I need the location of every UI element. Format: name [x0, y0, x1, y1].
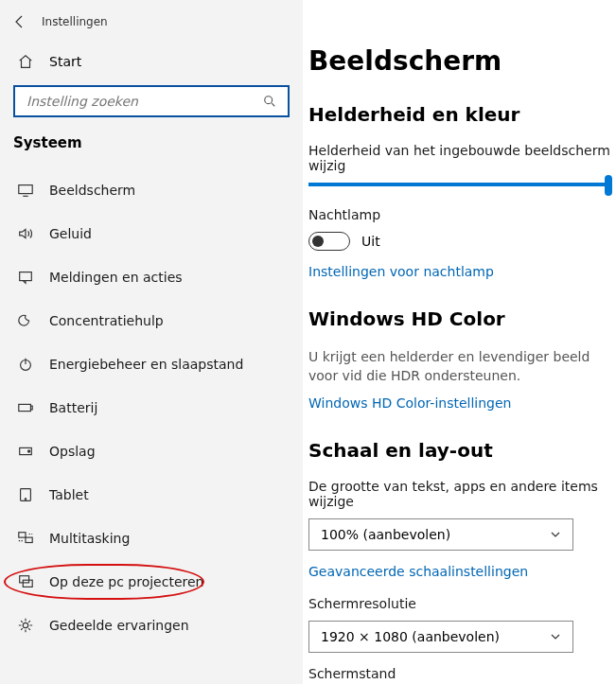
- svg-point-0: [265, 96, 273, 104]
- textsize-label: De grootte van tekst, apps en andere ite…: [308, 479, 610, 509]
- sound-icon: [17, 225, 34, 242]
- page-title: Beeldscherm: [308, 45, 610, 77]
- nav-item-shared-experiences[interactable]: Gedeelde ervaringen: [0, 604, 303, 647]
- chevron-down-icon: [550, 529, 561, 540]
- nav-label: Energiebeheer en slaapstand: [49, 357, 243, 372]
- brightness-heading: Helderheid en kleur: [308, 103, 610, 126]
- nav-label: Geluid: [49, 226, 92, 241]
- back-arrow-icon[interactable]: [11, 13, 28, 30]
- nav-label: Beeldscherm: [49, 183, 135, 198]
- nav-item-projecting[interactable]: Op deze pc projecteren: [0, 560, 303, 604]
- svg-rect-10: [26, 537, 32, 542]
- power-icon: [17, 356, 34, 373]
- nav-label: Tablet: [49, 487, 89, 502]
- window-title: Instellingen: [42, 15, 108, 28]
- nav-label: Opslag: [49, 444, 96, 459]
- nav-label: Batterij: [49, 400, 97, 415]
- shared-experiences-icon: [17, 617, 34, 634]
- svg-rect-11: [20, 576, 29, 583]
- tablet-icon: [17, 486, 34, 503]
- home-label: Start: [49, 54, 81, 69]
- orientation-label: Schermstand: [308, 666, 610, 681]
- nav-item-power-sleep[interactable]: Energiebeheer en slaapstand: [0, 342, 303, 386]
- home-button[interactable]: Start: [0, 44, 303, 79]
- hdcolor-heading: Windows HD Color: [308, 307, 610, 330]
- nightlight-state: Uit: [361, 234, 380, 249]
- brightness-slider[interactable]: [308, 183, 610, 186]
- textsize-select[interactable]: 100% (aanbevolen): [308, 518, 573, 551]
- nav-label: Meldingen en acties: [49, 270, 183, 285]
- svg-rect-9: [19, 533, 26, 537]
- battery-icon: [17, 399, 34, 416]
- nav-label: Multitasking: [49, 531, 130, 546]
- nav-label: Concentratiehulp: [49, 313, 164, 328]
- advanced-scaling-link[interactable]: Geavanceerde schaalinstellingen: [308, 564, 610, 579]
- nav-item-sound[interactable]: Geluid: [0, 212, 303, 255]
- search-input[interactable]: [13, 85, 290, 117]
- svg-rect-2: [20, 272, 32, 281]
- nav-item-battery[interactable]: Batterij: [0, 386, 303, 430]
- nav-item-multitasking[interactable]: Multitasking: [0, 517, 303, 560]
- display-icon: [17, 182, 34, 199]
- svg-rect-12: [23, 580, 32, 587]
- nav-item-storage[interactable]: Opslag: [0, 430, 303, 473]
- svg-point-8: [25, 499, 26, 500]
- chevron-down-icon: [550, 631, 561, 642]
- nav-item-tablet[interactable]: Tablet: [0, 473, 303, 517]
- brightness-label: Helderheid van het ingebouwde beeldscher…: [308, 143, 610, 173]
- main-panel: Beeldscherm Helderheid en kleur Helderhe…: [303, 0, 616, 684]
- section-heading: Systeem: [0, 129, 303, 168]
- resolution-value: 1920 × 1080 (aanbevolen): [321, 629, 500, 644]
- nightlight-toggle[interactable]: [308, 232, 350, 251]
- nightlight-settings-link[interactable]: Instellingen voor nachtlamp: [308, 264, 610, 279]
- search-field[interactable]: [25, 93, 263, 110]
- hdcolor-link[interactable]: Windows HD Color-instellingen: [308, 395, 610, 411]
- nav-item-notifications[interactable]: Meldingen en acties: [0, 255, 303, 299]
- textsize-value: 100% (aanbevolen): [321, 527, 450, 542]
- nav-item-focus-assist[interactable]: Concentratiehulp: [0, 299, 303, 342]
- search-icon: [263, 94, 278, 109]
- slider-thumb[interactable]: [605, 175, 612, 196]
- toggle-knob: [312, 236, 324, 247]
- projecting-icon: [17, 573, 34, 590]
- nav-label: Op deze pc projecteren: [49, 574, 203, 589]
- nav-item-display[interactable]: Beeldscherm: [0, 168, 303, 212]
- resolution-select[interactable]: 1920 × 1080 (aanbevolen): [308, 621, 573, 653]
- svg-rect-4: [19, 404, 31, 411]
- resolution-label: Schermresolutie: [308, 596, 610, 611]
- svg-rect-1: [19, 185, 32, 194]
- scale-heading: Schaal en lay-out: [308, 439, 610, 462]
- titlebar: Instellingen: [0, 8, 303, 44]
- svg-point-13: [23, 623, 27, 627]
- nav-label: Gedeelde ervaringen: [49, 618, 189, 633]
- multitasking-icon: [17, 530, 34, 547]
- storage-icon: [17, 443, 34, 460]
- hdcolor-desc: U krijgt een helderder en levendiger bee…: [308, 347, 610, 386]
- sidebar: Instellingen Start Systeem Beeldsche: [0, 0, 303, 684]
- notifications-icon: [17, 269, 34, 286]
- nav-list: Beeldscherm Geluid Meldingen en acties C…: [0, 168, 303, 647]
- svg-point-6: [28, 450, 30, 452]
- nightlight-label: Nachtlamp: [308, 207, 610, 222]
- focus-assist-icon: [17, 312, 34, 329]
- home-icon: [17, 53, 34, 70]
